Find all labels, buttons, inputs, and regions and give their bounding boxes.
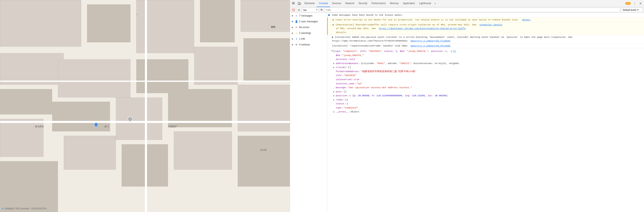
- filter-icon-button[interactable]: ⊘: [297, 8, 301, 12]
- tab-more-button[interactable]: »: [433, 0, 437, 7]
- tab-application[interactable]: Application: [401, 0, 417, 7]
- obj-key-roads: roads: [336, 98, 343, 102]
- obj-expand-roads[interactable]: ▶: [333, 98, 336, 102]
- obj-key-position: position: [336, 94, 347, 98]
- console-sidebar: ▶ ≡ 7 messages ▶ 👤 2 user messages ▶ ✕ N…: [290, 13, 327, 212]
- svg-rect-0: [292, 2, 294, 4]
- obj-expand-isconverted: [333, 78, 336, 81]
- map-copyright: ✈ 高德地图 © 2021 AutoNavi - GS(2019)6379号: [2, 207, 47, 210]
- tab-elements[interactable]: Elements: [302, 0, 317, 7]
- sidebar-label-info: 1 info: [299, 37, 305, 40]
- obj-expand-formatted: [333, 70, 336, 73]
- map-label-keguan: 可观地产: [168, 125, 177, 128]
- obj-val-pois: []: [344, 90, 346, 94]
- inspect-element-button[interactable]: [291, 1, 296, 6]
- filter-input[interactable]: [325, 8, 620, 12]
- console-toolbar: 🚫 ⊘ top ▼ 👁 Default levels ▼: [290, 7, 644, 13]
- sidebar-item-no-errors[interactable]: ▶ ✕ No errors: [290, 24, 327, 30]
- console-body: ▶ ≡ 7 messages ▶ 👤 2 user messages ▶ ✕ N…: [290, 13, 644, 212]
- verbose-icon: ⚙: [295, 43, 298, 46]
- sidebar-label-warnings: 2 warnings: [299, 32, 311, 35]
- map-label-chuangshi: 创实: [271, 25, 276, 29]
- obj-val-da: "jsonp_586470_": [342, 53, 364, 57]
- sidebar-item-verbose[interactable]: ▶ ⚙ 4 verbose: [290, 42, 327, 48]
- close-devtools-button[interactable]: ✕: [638, 1, 643, 6]
- obj-key-address: addressComponent: [336, 61, 358, 65]
- console-entry-violation2: [Violation] 'requestAnimationFrame' hand…: [327, 44, 644, 48]
- device-toggle-button[interactable]: [297, 1, 302, 6]
- map-label-cainiao: 菜鸟驿站: [35, 125, 44, 128]
- obj-val-formatted: "福建省福州市闽侯县南屿镇三盛·托斯卡纳125栋": [361, 69, 416, 74]
- console-output: Some messages have been moved to the Iss…: [327, 13, 644, 212]
- obj-expand-root[interactable]: ▶: [330, 50, 333, 53]
- sidebar-label-all: 7 messages: [299, 14, 312, 17]
- obj-expand-crosses[interactable]: ▶: [333, 66, 336, 69]
- map-label-qxz: Q小站: [260, 148, 267, 151]
- obj-top-text: {type: "complete", info: "SUCCESS", stat…: [333, 49, 452, 53]
- tab-security[interactable]: Security: [356, 0, 370, 7]
- obj-val-accuracy: null: [350, 57, 355, 61]
- tab-lighthouse[interactable]: Lighthouse: [417, 0, 433, 7]
- obj-expand-message: [333, 86, 336, 89]
- obj-val-isconverted: true: [354, 77, 360, 82]
- sidebar-item-user-messages[interactable]: ▶ 👤 2 user messages: [290, 19, 327, 24]
- obj-expand-status: [333, 102, 336, 105]
- tab-network[interactable]: Network: [343, 0, 356, 7]
- sidebar-label-errors: No errors: [299, 26, 310, 29]
- info-dot: [328, 14, 330, 16]
- obj-key-formatted: formattedAddress: [336, 69, 358, 74]
- obj-row-accuracy: accuracy: null: [330, 57, 642, 61]
- entry-text-violation2: [Violation] 'requestAnimationFrame' hand…: [332, 44, 408, 47]
- obj-key-proto: __proto__: [336, 110, 348, 114]
- obj-expand-address[interactable]: ▶: [333, 62, 336, 65]
- sidebar-item-warnings[interactable]: ▶ ⚠ 2 warnings: [290, 30, 327, 36]
- entry-link-deprecation2[interactable]: https://developer.chrome.com/blog/enabli…: [379, 27, 466, 30]
- obj-row-type: type: "complete": [330, 106, 642, 110]
- entry-link-deprecation[interactable]: scheduler.develo: [480, 23, 502, 26]
- obj-key-type: type: [336, 106, 342, 110]
- obj-row-da: $Da: "jsonp_586470_": [330, 53, 642, 57]
- obj-val-roads: []: [345, 98, 348, 102]
- obj-key-pois: pois: [336, 90, 342, 94]
- map-label-dongmen: 东门: [104, 125, 109, 128]
- obj-val-address: {citycode: "0591", adcode: "350121", bus…: [361, 61, 459, 65]
- console-entry-deprecation: ⚠ ▶ [Deprecation] SharedArrayBuffer will…: [327, 23, 644, 35]
- obj-val-proto: Object: [351, 110, 359, 114]
- obj-row-roads: ▶ roads: []: [330, 98, 642, 102]
- obj-row-message: message: "Get ipLocation success.Get add…: [330, 85, 642, 90]
- navigation-icon: ✈: [2, 207, 4, 210]
- obj-info-icon[interactable]: i: [453, 50, 456, 53]
- sidebar-item-info[interactable]: ▶ ℹ 1 info: [290, 36, 327, 42]
- context-select-wrap: top ▼: [302, 8, 318, 12]
- info-icon: ℹ: [295, 37, 298, 40]
- obj-row-address: ▶ addressComponent: {citycode: "0591", a…: [330, 61, 642, 65]
- obj-expand-pois[interactable]: ▶: [333, 90, 336, 94]
- entry-link-violation1[interactable]: maps?v=1.4.15&key=03…fc28884: [410, 39, 450, 42]
- map-area: ⊙ 创实 菜鸟驿站 东门 可观地产 Q小站 ↑ ✈ 高德地图 © 2021 Au…: [0, 0, 290, 212]
- sidebar-item-all-messages[interactable]: ▶ ≡ 7 messages: [290, 13, 327, 19]
- settings-button[interactable]: ⋮: [632, 1, 638, 6]
- obj-val-loctype: "ip": [356, 82, 362, 86]
- obj-key-da: $Da: [336, 53, 340, 57]
- error-icon: ✕: [295, 26, 298, 29]
- context-select[interactable]: top: [302, 8, 318, 12]
- eye-button[interactable]: 👁: [319, 8, 324, 12]
- tab-memory[interactable]: Memory: [388, 0, 401, 7]
- devtools-tabs: Elements Console Sources Network Securit…: [302, 0, 624, 7]
- obj-expand-position[interactable]: ▶: [333, 94, 336, 97]
- entry-text-violation1: ▶ [Violation] Added non-passive event li…: [332, 36, 572, 42]
- tab-console[interactable]: Console: [317, 0, 330, 7]
- levels-button[interactable]: Default levels ▼: [621, 8, 643, 12]
- obj-row-crosses: ▶ crosses: []: [330, 65, 642, 69]
- tab-sources[interactable]: Sources: [330, 0, 343, 7]
- entry-text-react: ▶ react-error-overlay is not meant for u…: [333, 18, 519, 21]
- obj-expand-proto[interactable]: ▶: [333, 111, 336, 114]
- obj-key-status: status: [336, 102, 344, 106]
- tab-performance[interactable]: Performance: [370, 0, 388, 7]
- entry-link-react[interactable]: devScr: [522, 18, 530, 21]
- console-entry-violation1: ▶ [Violation] Added non-passive event li…: [327, 35, 644, 44]
- object-inspector: ▶ {type: "complete", info: "SUCCESS", st…: [327, 48, 644, 115]
- obj-val-status: 1: [346, 102, 348, 106]
- clear-console-button[interactable]: 🚫: [291, 8, 296, 12]
- entry-link-violation2[interactable]: maps?v=1.4.15&key=03…6fc2888: [410, 44, 450, 47]
